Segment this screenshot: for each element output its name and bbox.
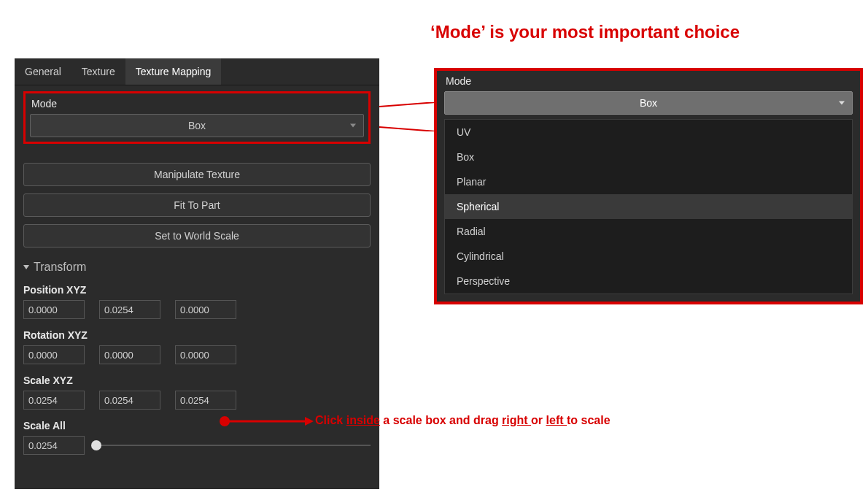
mode-option-perspective[interactable]: Perspective bbox=[445, 269, 852, 293]
mode-option-uv[interactable]: UV bbox=[445, 120, 852, 145]
annotation-title: ‘Mode’ is your most important choice bbox=[430, 22, 740, 42]
rotation-z-input[interactable]: 0.0000 bbox=[175, 345, 236, 364]
mode-dropdown-value: Box bbox=[188, 120, 206, 131]
scale-all-input[interactable]: 0.0254 bbox=[23, 436, 85, 455]
chevron-down-icon bbox=[839, 101, 845, 105]
position-y-input[interactable]: 0.0254 bbox=[99, 300, 160, 319]
chevron-down-icon bbox=[23, 265, 29, 269]
tab-texture-mapping[interactable]: Texture Mapping bbox=[125, 58, 222, 85]
rotation-y-input[interactable]: 0.0000 bbox=[99, 345, 160, 364]
position-z-input[interactable]: 0.0000 bbox=[175, 300, 236, 319]
mode-label-callout: Mode bbox=[446, 75, 853, 87]
tab-texture[interactable]: Texture bbox=[71, 58, 125, 85]
mode-label: Mode bbox=[31, 98, 364, 110]
mode-dropdown-callout: Mode Box UVBoxPlanarSphericalRadialCylin… bbox=[434, 68, 863, 304]
set-world-scale-button[interactable]: Set to World Scale bbox=[23, 224, 371, 248]
tab-bar: General Texture Texture Mapping bbox=[15, 58, 379, 85]
mode-block-highlight: Mode Box bbox=[23, 91, 371, 144]
scale-z-input[interactable]: 0.0254 bbox=[175, 391, 236, 410]
slider-track-line bbox=[96, 445, 371, 446]
transform-header: Transform bbox=[34, 261, 86, 274]
mode-option-cylindrical[interactable]: Cylindrical bbox=[445, 244, 852, 269]
mode-dropdown-open[interactable]: Box bbox=[444, 91, 853, 115]
mode-option-radial[interactable]: Radial bbox=[445, 219, 852, 244]
annotation-scale-hint: Click inside a scale box and drag right … bbox=[315, 414, 611, 427]
mode-dropdown-open-value: Box bbox=[640, 97, 657, 109]
annotation-connector bbox=[379, 102, 438, 131]
svg-line-1 bbox=[379, 127, 436, 131]
mode-option-box[interactable]: Box bbox=[445, 145, 852, 169]
rotation-x-input[interactable]: 0.0000 bbox=[23, 345, 85, 364]
position-x-input[interactable]: 0.0000 bbox=[23, 300, 85, 319]
fit-to-part-button[interactable]: Fit To Part bbox=[23, 193, 371, 217]
mode-option-planar[interactable]: Planar bbox=[445, 169, 852, 194]
scale-y-input[interactable]: 0.0254 bbox=[99, 391, 160, 410]
mode-dropdown-menu: UVBoxPlanarSphericalRadialCylindricalPer… bbox=[444, 119, 853, 294]
mode-dropdown[interactable]: Box bbox=[30, 114, 364, 137]
svg-line-0 bbox=[379, 102, 436, 107]
scale-xyz-label: Scale XYZ bbox=[23, 375, 371, 386]
chevron-down-icon bbox=[350, 124, 356, 128]
rotation-xyz-label: Rotation XYZ bbox=[23, 329, 371, 341]
transform-section-toggle[interactable]: Transform bbox=[23, 261, 371, 274]
manipulate-texture-button[interactable]: Manipulate Texture bbox=[23, 163, 371, 186]
position-xyz-label: Position XYZ bbox=[23, 284, 371, 296]
mode-option-spherical[interactable]: Spherical bbox=[445, 194, 852, 219]
scale-all-slider[interactable] bbox=[96, 439, 371, 452]
slider-thumb[interactable] bbox=[91, 440, 101, 450]
tab-general[interactable]: General bbox=[15, 58, 71, 85]
scale-x-input[interactable]: 0.0254 bbox=[23, 391, 85, 410]
